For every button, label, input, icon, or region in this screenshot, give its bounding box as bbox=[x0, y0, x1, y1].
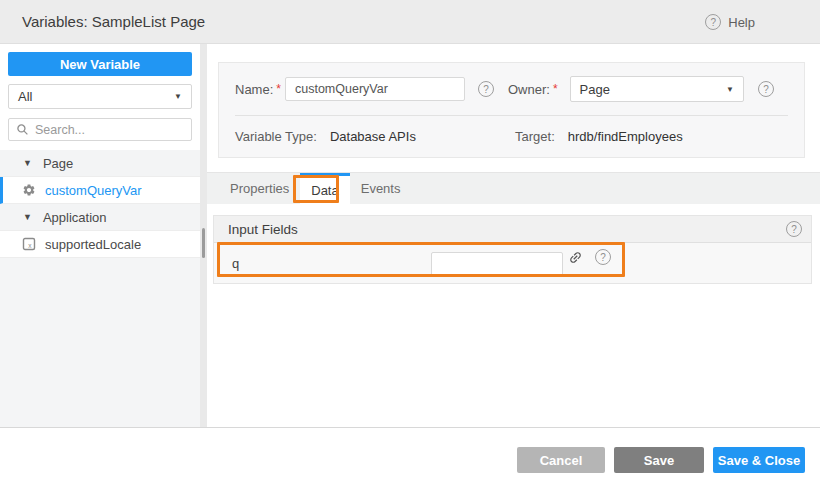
gear-icon bbox=[22, 183, 36, 197]
field-q-help-icon[interactable]: ? bbox=[595, 249, 611, 265]
tab-data[interactable]: Data bbox=[300, 173, 349, 204]
variable-type-label: Variable Type: bbox=[235, 129, 317, 144]
name-field[interactable] bbox=[285, 77, 465, 101]
target-value: hrdb/findEmployees bbox=[568, 129, 683, 144]
help-button[interactable]: ? Help bbox=[705, 0, 755, 44]
field-q-label: q bbox=[232, 256, 239, 271]
search-icon bbox=[16, 123, 29, 136]
input-fields-header: Input Fields ? bbox=[214, 216, 811, 243]
owner-help-icon[interactable]: ? bbox=[758, 81, 774, 97]
tree-item-customqueryvar[interactable]: customQueryVar bbox=[0, 177, 200, 204]
tree-group-label: Application bbox=[43, 210, 107, 225]
cancel-button[interactable]: Cancel bbox=[517, 447, 605, 473]
page-title: Variables: SampleList Page bbox=[22, 13, 205, 30]
variables-sidebar: New Variable All ▼ ▼ Page bbox=[0, 44, 200, 427]
tab-properties[interactable]: Properties bbox=[219, 173, 300, 204]
tree-group-application[interactable]: ▼ Application bbox=[0, 204, 200, 231]
variables-dialog: Variables: SampleList Page ? Help New Va… bbox=[0, 0, 820, 489]
new-variable-button[interactable]: New Variable bbox=[8, 52, 192, 76]
collapse-triangle-icon: ▼ bbox=[23, 212, 32, 222]
help-icon: ? bbox=[705, 14, 721, 30]
bind-variable-button[interactable] bbox=[568, 250, 583, 265]
variable-detail-panel: Name: * ? Owner: * Page ▼ ? Varia bbox=[207, 44, 820, 427]
required-marker: * bbox=[553, 82, 558, 96]
chevron-down-icon: ▼ bbox=[726, 85, 734, 94]
sidebar-scrollbar[interactable] bbox=[200, 44, 207, 427]
variable-filter-select[interactable]: All ▼ bbox=[8, 84, 192, 109]
tree-item-label: customQueryVar bbox=[45, 183, 142, 198]
tree-group-page[interactable]: ▼ Page bbox=[0, 150, 200, 177]
help-label: Help bbox=[728, 15, 755, 30]
input-fields-title: Input Fields bbox=[228, 222, 786, 237]
sidebar-empty-area bbox=[0, 258, 200, 427]
required-marker: * bbox=[276, 82, 281, 96]
input-fields-help-icon[interactable]: ? bbox=[786, 221, 802, 237]
tab-events[interactable]: Events bbox=[350, 173, 412, 204]
save-and-close-button[interactable]: Save & Close bbox=[713, 447, 805, 473]
search-input[interactable] bbox=[35, 123, 184, 137]
scrollbar-thumb[interactable] bbox=[202, 228, 205, 258]
footer-divider bbox=[0, 427, 820, 428]
tree-item-label: supportedLocale bbox=[45, 237, 141, 252]
field-q-input[interactable] bbox=[431, 252, 563, 276]
tree-item-supportedlocale[interactable]: x supportedLocale bbox=[0, 231, 200, 258]
owner-label: Owner: bbox=[508, 82, 550, 97]
target-label: Target: bbox=[515, 129, 555, 144]
footer-actions: Cancel Save Save & Close bbox=[517, 447, 805, 473]
owner-select[interactable]: Page ▼ bbox=[570, 76, 744, 102]
svg-text:x: x bbox=[28, 242, 32, 249]
variables-tree: ▼ Page customQueryVar ▼ Application bbox=[0, 150, 200, 258]
dialog-header: Variables: SampleList Page ? Help bbox=[0, 0, 820, 44]
variable-search-box bbox=[8, 118, 192, 141]
chevron-down-icon: ▼ bbox=[174, 92, 182, 101]
save-button[interactable]: Save bbox=[614, 447, 704, 473]
variable-type-value: Database APIs bbox=[330, 129, 416, 144]
locale-icon: x bbox=[22, 237, 36, 251]
variable-summary-form: Name: * ? Owner: * Page ▼ ? Varia bbox=[218, 62, 805, 158]
tree-group-label: Page bbox=[43, 156, 73, 171]
name-label: Name: bbox=[235, 82, 273, 97]
input-fields-section: Input Fields ? q bbox=[213, 215, 812, 284]
link-icon bbox=[568, 250, 583, 265]
name-help-icon[interactable]: ? bbox=[478, 81, 494, 97]
collapse-triangle-icon: ▼ bbox=[23, 158, 32, 168]
detail-tabs: Properties Data Events bbox=[207, 172, 820, 204]
